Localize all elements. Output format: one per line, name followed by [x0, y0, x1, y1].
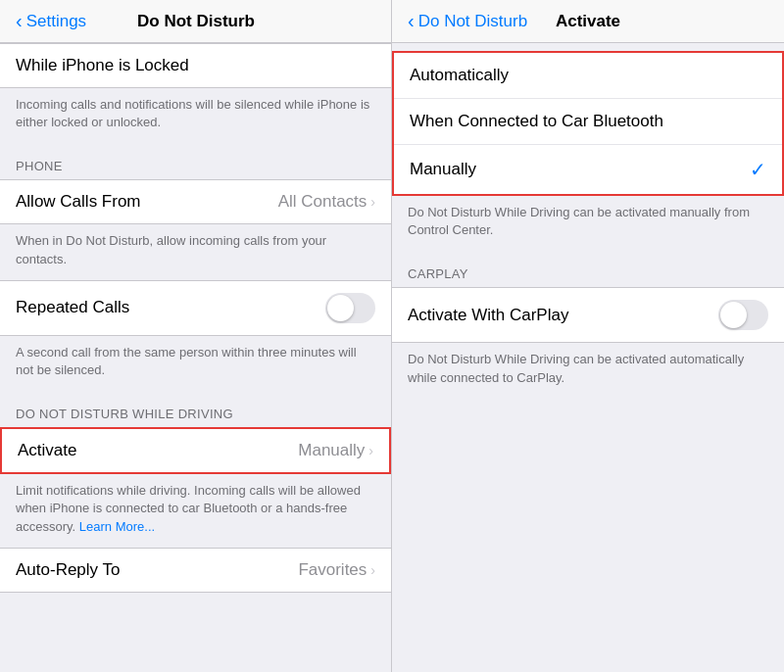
settings-back-label: Settings [26, 12, 86, 31]
option-automatically-row[interactable]: Automatically [394, 53, 782, 99]
activate-highlight-container: Activate Manually › [0, 427, 391, 474]
repeated-calls-row: Repeated Calls [0, 281, 391, 335]
while-locked-label: While iPhone is Locked [16, 56, 189, 75]
right-nav-title: Activate [556, 12, 620, 31]
activate-value: Manually › [298, 441, 373, 460]
settings-back-button[interactable]: ‹ Settings [16, 12, 86, 31]
auto-reply-row[interactable]: Auto-Reply To Favorites › [0, 549, 391, 592]
while-locked-description: Incoming calls and notifications will be… [0, 88, 391, 143]
activate-card: Activate Manually › [2, 429, 389, 472]
option-bluetooth-label: When Connected to Car Bluetooth [410, 112, 663, 131]
right-nav-bar: ‹ Do Not Disturb Activate [392, 0, 784, 43]
right-content: Automatically When Connected to Car Blue… [392, 43, 784, 672]
activate-carplay-row: Activate With CarPlay [392, 288, 784, 342]
right-back-label: Do Not Disturb [418, 12, 527, 31]
allow-calls-description: When in Do Not Disturb, allow incoming c… [0, 224, 391, 279]
phone-section-header: PHONE [0, 143, 391, 179]
option-bluetooth-row[interactable]: When Connected to Car Bluetooth [394, 99, 782, 145]
carplay-toggle-knob [720, 302, 747, 328]
phone-card: Allow Calls From All Contacts › [0, 179, 391, 224]
activate-row[interactable]: Activate Manually › [2, 429, 389, 472]
back-chevron-icon: ‹ [16, 11, 23, 30]
allow-calls-label: Allow Calls From [16, 192, 141, 212]
left-panel: ‹ Settings Do Not Disturb While iPhone i… [0, 0, 392, 672]
repeated-calls-card: Repeated Calls [0, 280, 391, 336]
allow-calls-row[interactable]: Allow Calls From All Contacts › [0, 180, 391, 223]
right-panel: ‹ Do Not Disturb Activate Automatically … [392, 0, 784, 672]
left-content: While iPhone is Locked Incoming calls an… [0, 43, 391, 672]
auto-reply-label: Auto-Reply To [16, 560, 120, 580]
checkmark-icon: ✓ [750, 158, 766, 181]
allow-calls-chevron-icon: › [370, 194, 375, 210]
carplay-description: Do Not Disturb While Driving can be acti… [392, 343, 784, 398]
left-nav-title: Do Not Disturb [137, 12, 255, 31]
option-manually-label: Manually [410, 160, 476, 179]
left-nav-bar: ‹ Settings Do Not Disturb [0, 0, 392, 43]
repeated-calls-label: Repeated Calls [16, 298, 129, 317]
repeated-calls-toggle[interactable] [325, 293, 375, 323]
while-locked-row: While iPhone is Locked [0, 44, 391, 87]
auto-reply-chevron-icon: › [370, 562, 375, 578]
carplay-toggle[interactable] [718, 300, 768, 330]
option-automatically-label: Automatically [410, 66, 509, 85]
toggle-knob [327, 295, 354, 321]
carplay-card: Activate With CarPlay [392, 287, 784, 343]
auto-reply-card: Auto-Reply To Favorites › [0, 548, 391, 593]
while-locked-card: While iPhone is Locked [0, 43, 391, 88]
activate-label: Activate [18, 441, 76, 460]
manually-description: Do Not Disturb While Driving can be acti… [392, 196, 784, 251]
right-back-chevron-icon: ‹ [408, 10, 415, 32]
driving-section-header: DO NOT DISTURB WHILE DRIVING [0, 391, 391, 427]
option-manually-row[interactable]: Manually ✓ [394, 145, 782, 194]
allow-calls-value: All Contacts › [278, 192, 375, 212]
carplay-section-header: CARPLAY [392, 251, 784, 287]
activate-carplay-label: Activate With CarPlay [408, 306, 568, 325]
auto-reply-value: Favorites › [298, 560, 375, 580]
activate-chevron-icon: › [368, 443, 373, 458]
learn-more-link[interactable]: Learn More... [79, 519, 155, 534]
options-highlight-container: Automatically When Connected to Car Blue… [392, 51, 784, 196]
do-not-disturb-back-button[interactable]: ‹ Do Not Disturb [408, 10, 527, 32]
repeated-calls-description: A second call from the same person withi… [0, 336, 391, 391]
activate-description: Limit notifications while driving. Incom… [0, 474, 391, 548]
